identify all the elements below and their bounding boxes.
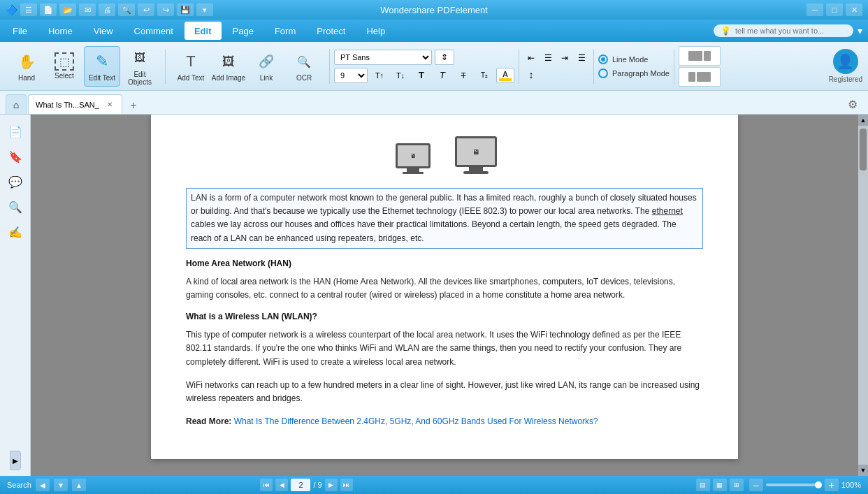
scroll-thumb[interactable] (860, 129, 867, 170)
paragraph-mode-radio[interactable] (598, 68, 608, 78)
toolbar-icon-1[interactable]: ☰ (20, 3, 37, 16)
add-text-tool-button[interactable]: T Add Text (173, 46, 209, 87)
search-next-up-button[interactable]: ▲ (72, 479, 86, 491)
italic-button[interactable]: T (433, 68, 451, 82)
menu-edit[interactable]: Edit (185, 22, 222, 40)
restore-button[interactable]: □ (826, 3, 843, 16)
link-tool-button[interactable]: 🔗 Link (248, 46, 284, 87)
add-tab-button[interactable]: + (125, 97, 142, 114)
grid-layout-bottom-button[interactable] (679, 67, 721, 87)
ethernet-underline: ethernet (652, 206, 683, 216)
search-panel-button[interactable]: 🔍 (4, 196, 27, 218)
align-left-button[interactable]: ⇤ (523, 51, 539, 65)
menu-comment[interactable]: Comment (124, 22, 183, 40)
subscript-button[interactable]: T₂ (475, 68, 493, 82)
menu-form[interactable]: Form (265, 22, 305, 40)
edit-text-tool-button[interactable]: ✎ Edit Text (84, 46, 120, 87)
email-icon[interactable]: ✉ (79, 3, 96, 16)
menu-home[interactable]: Home (38, 22, 82, 40)
read-more-section: Read More: What Is The Difference Betwee… (186, 415, 703, 428)
edit-objects-tool-button[interactable]: 🖼 Edit Objects (122, 46, 158, 87)
tab-close-button[interactable]: ✕ (105, 100, 115, 110)
font-size-select[interactable]: 9 10 11 12 (334, 68, 368, 83)
thumbnail-panel-button[interactable]: 📄 (4, 120, 27, 143)
align-right-button[interactable]: ⇥ (557, 51, 572, 65)
paragraph-han: A kind of local area network is the HAN … (186, 275, 703, 302)
minimize-button[interactable]: ─ (806, 3, 823, 16)
help-search-bar[interactable]: 💡 (714, 24, 853, 37)
open-file-icon[interactable]: 📂 (59, 3, 76, 16)
prev-page-button[interactable]: ◀ (275, 479, 288, 491)
vertical-scrollbar[interactable]: ▲ ▼ (858, 115, 868, 476)
page-number-input[interactable] (291, 479, 310, 491)
line-mode-radio[interactable] (598, 55, 608, 64)
single-page-view-button[interactable]: ▤ (696, 479, 710, 491)
ribbon-collapse-button[interactable]: ▾ (855, 24, 865, 38)
more-icon[interactable]: ▾ (196, 3, 213, 16)
signature-panel-button[interactable]: ✍ (4, 221, 27, 243)
zoom-slider[interactable] (766, 484, 822, 486)
first-page-button[interactable]: ⏮ (260, 479, 273, 491)
font-family-select[interactable]: PT Sans Arial Times New Roman (334, 50, 432, 65)
signature-icon: ✍ (8, 226, 22, 239)
search-prev-button[interactable]: ◀ (36, 479, 50, 491)
home-tab-button[interactable]: ⌂ (6, 94, 27, 114)
scroll-up-button[interactable]: ▲ (858, 115, 868, 126)
zoom-out-button[interactable]: – (749, 479, 763, 491)
bold-button[interactable]: T (412, 68, 431, 82)
close-button[interactable]: ✕ (846, 3, 862, 16)
menu-page[interactable]: Page (223, 22, 263, 40)
heading-wlan: What is a Wireless LAN (WLAN)? (186, 312, 703, 321)
line-spacing-button[interactable]: ↕ (523, 68, 539, 82)
line-mode-option[interactable]: Line Mode (598, 55, 670, 64)
settings-icon: ⚙ (848, 98, 858, 111)
last-page-button[interactable]: ⏭ (340, 479, 353, 491)
save-icon[interactable]: 💾 (177, 3, 194, 16)
align-center-button[interactable]: ☰ (540, 51, 556, 65)
select-icon: ⬚ (55, 52, 74, 71)
two-page-view-button[interactable]: ⊞ (730, 479, 744, 491)
settings-button[interactable]: ⚙ (843, 94, 862, 114)
paragraph-mode-label: Paragraph Mode (612, 69, 670, 78)
comment-panel-button[interactable]: 💬 (4, 170, 27, 193)
subscript-down-button[interactable]: T↓ (391, 68, 410, 82)
grid-layout-buttons (679, 46, 721, 87)
help-search-input[interactable] (735, 27, 846, 35)
search-panel-icon: 🔍 (8, 201, 22, 214)
scroll-down-button[interactable]: ▼ (858, 465, 868, 476)
hand-tool-button[interactable]: ✋ Hand (8, 46, 45, 87)
search-next-button[interactable]: ▼ (54, 479, 68, 491)
select-tool-button[interactable]: ⬚ Select (46, 46, 82, 87)
menu-protect[interactable]: Protect (307, 22, 355, 40)
menu-view[interactable]: View (84, 22, 123, 40)
grid-layout-top-button[interactable] (679, 46, 721, 66)
panel-expand-button[interactable]: ▶ (10, 451, 21, 470)
zoom-in-button[interactable]: + (825, 479, 839, 491)
continuous-view-button[interactable]: ▦ (713, 479, 727, 491)
redo-icon[interactable]: ↪ (157, 3, 174, 16)
print-icon[interactable]: 🖨 (99, 3, 115, 16)
bookmark-panel-button[interactable]: 🔖 (4, 145, 27, 168)
menu-help[interactable]: Help (356, 22, 395, 40)
search-icon[interactable]: 🔍 (118, 3, 135, 16)
toolbar-separator-1 (165, 49, 166, 84)
document-tab[interactable]: What Is Th...SAN_ ✕ (28, 94, 122, 114)
undo-icon[interactable]: ↩ (138, 3, 154, 16)
ocr-tool-button[interactable]: 🔍 OCR (286, 46, 322, 87)
add-image-tool-button[interactable]: 🖼 Add Image (210, 46, 247, 87)
title-bar-left-icons: 🔷 ☰ 📄 📂 ✉ 🖨 🔍 ↩ ↪ 💾 ▾ (6, 3, 213, 16)
menu-file[interactable]: File (3, 22, 37, 40)
text-direction-button[interactable]: ⇕ (435, 50, 454, 65)
align-justify-button[interactable]: ☰ (574, 51, 589, 65)
toolbar-tools-group: ✋ Hand ⬚ Select ✎ Edit Text 🖼 Edit Objec… (6, 45, 161, 88)
edit-objects-label: Edit Objects (122, 71, 158, 86)
new-file-icon[interactable]: 📄 (40, 3, 57, 16)
paragraph-mode-option[interactable]: Paragraph Mode (598, 68, 670, 78)
zoom-slider-thumb[interactable] (815, 481, 822, 488)
superscript-up-button[interactable]: T↑ (370, 68, 389, 82)
read-more-link[interactable]: What Is The Difference Between 2.4GHz, 5… (234, 416, 598, 426)
font-color-button[interactable]: A (496, 68, 514, 83)
strikethrough-button[interactable]: T (454, 68, 472, 82)
add-image-label: Add Image (212, 74, 245, 82)
next-page-button[interactable]: ▶ (325, 479, 338, 491)
